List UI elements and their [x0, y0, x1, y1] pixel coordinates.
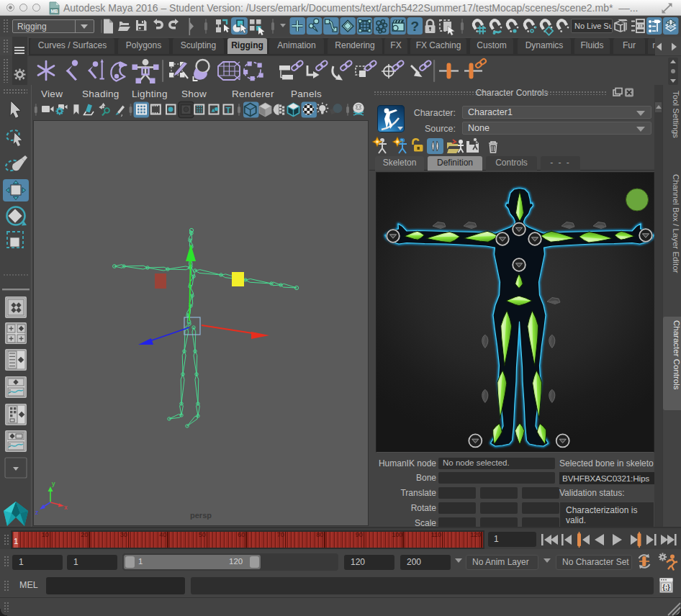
svg-text:y: y	[52, 480, 55, 487]
svg-text:?: ?	[410, 19, 419, 34]
svg-text:x: x	[64, 504, 68, 511]
svg-text:T: T	[225, 106, 230, 114]
svg-text:{;}: {;}	[662, 583, 670, 591]
svg-text:MB: MB	[50, 9, 58, 14]
